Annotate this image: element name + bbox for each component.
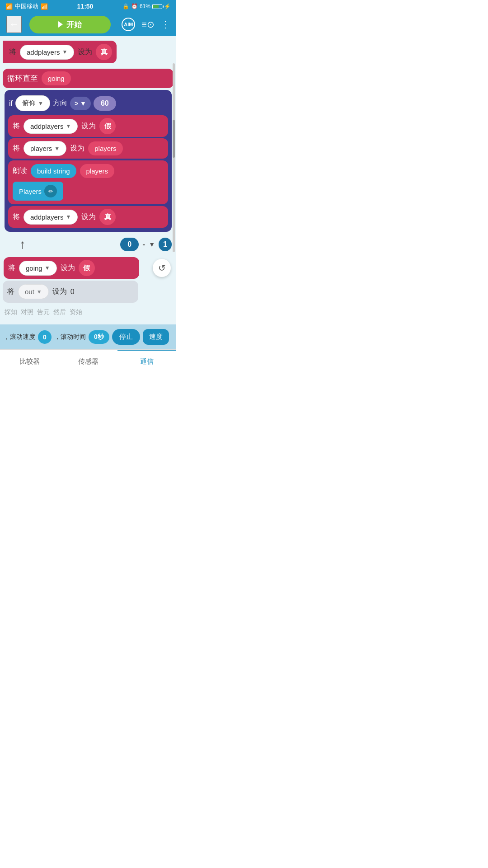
assign6-op: 设为 [52,287,67,296]
assign1-var[interactable]: addplayers ▼ [20,45,74,60]
wifi-icon: 📶 [41,3,48,10]
read-arg1: players [80,164,114,178]
edit-icon[interactable]: ✏ [44,185,57,197]
status-time: 11:50 [77,3,94,10]
faded-row: 探知 对照 告元 然后 资始 [0,305,176,320]
signal-icon: 📶 [5,3,13,10]
stop-button[interactable]: 停止 [112,329,140,345]
toolbar-right: AIM ≡⊙ ⋮ [122,18,170,31]
assign1-dropdown[interactable]: ▼ [62,49,67,55]
alarm-icon: ⏰ [131,3,138,9]
assign5-prefix: 将 [8,263,15,273]
counter-area: 0 - ▼ 1 [120,238,172,251]
arrow-counter-row: ↑ 0 - ▼ 1 [0,234,176,255]
undo-button[interactable]: ↺ [153,259,171,277]
loop-block: 循环直至 going [3,69,174,88]
charging-icon: ⚡ [164,3,171,9]
arrow-up-icon: ↑ [19,237,26,252]
tab-sensor[interactable]: 传感器 [59,350,117,373]
counter-dropdown[interactable]: ▼ [149,241,155,248]
nav-tabs: 比较器 传感器 通信 [0,349,176,373]
start-button[interactable]: 开始 [29,16,111,33]
assign6-value: 0 [70,288,75,296]
aim-button[interactable]: AIM [122,18,135,31]
assign6-prefix: 将 [7,287,14,296]
assign3-value: players [88,141,122,155]
if-block-container: if 俯仰 ▼ 方向 > ▼ 60 将 addplayers ▼ 设为 假 将 [5,90,172,232]
assign2-block: 将 addplayers ▼ 设为 假 [8,115,168,137]
counter-dash: - [142,240,145,249]
arrow-container: ↑ [5,237,41,252]
scrollbar-thumb [173,120,175,158]
if-cond-var[interactable]: 俯仰 ▼ [15,95,50,111]
carrier-name: 中国移动 [15,2,38,10]
read-block: 朗读 build string players Players ✏ [8,160,168,204]
if-cond-label: 方向 [53,99,67,108]
assign1-value: 真 [96,44,112,60]
assign4-prefix: 将 [13,212,20,222]
menu-button[interactable]: ⋮ [161,19,170,30]
layers-icon[interactable]: ≡⊙ [141,19,155,30]
time-value[interactable]: 0秒 [89,330,109,344]
assign4-value: 真 [99,209,116,225]
status-bar: 📶 中国移动 📶 11:50 🔒 ⏰ 61% ⚡ [0,0,176,13]
speed-button[interactable]: 速度 [143,329,169,345]
if-keyword: if [9,99,13,108]
assign5-value: 假 [79,260,95,276]
if-value: 60 [94,96,116,111]
top-assign-block: 将 addplayers ▼ 设为 真 [3,41,117,63]
battery-icon [152,4,162,9]
assign2-op: 设为 [81,122,96,131]
top-assign-row: 将 addplayers ▼ 设为 真 [0,36,176,66]
counter-value2[interactable]: 1 [159,238,172,251]
back-button[interactable]: ← [6,16,22,33]
assign5-op: 设为 [61,263,75,273]
players-square: Players ✏ [13,182,63,201]
assign4-op: 设为 [81,212,96,222]
assign3-op: 设为 [70,144,84,153]
assign3-block: 将 players ▼ 设为 players [8,138,168,159]
play-icon [58,21,63,28]
assign2-prefix: 将 [13,122,20,131]
vertical-scrollbar[interactable] [173,63,175,252]
assign4-block: 将 addplayers ▼ 设为 真 [8,206,168,228]
canvas-area: 将 addplayers ▼ 设为 真 循环直至 going if 俯仰 ▼ 方… [0,36,176,324]
assign5-block: 将 going ▼ 设为 假 ↺ [4,257,139,279]
loop-keyword: 循环直至 [7,73,38,84]
speed-label: ，滚动速度 [4,333,35,341]
scroll-controls: ，滚动速度 0 ，滚动时间 0秒 停止 速度 [0,324,176,349]
assign5-var[interactable]: going ▼ [19,261,57,276]
if-header: if 俯仰 ▼ 方向 > ▼ 60 [5,93,172,114]
counter-value1[interactable]: 0 [120,238,139,251]
tab-communication[interactable]: 通信 [117,350,176,373]
assign2-value: 假 [99,118,116,134]
assign2-var[interactable]: addplayers ▼ [23,119,78,134]
time-label: ，滚动时间 [54,333,86,341]
start-label: 开始 [66,19,82,30]
assign4-var[interactable]: addplayers ▼ [23,210,78,225]
speed-value[interactable]: 0 [38,330,52,344]
if-operator[interactable]: > ▼ [70,97,91,110]
battery-percent: 61% [140,3,150,9]
read-keyword: 朗读 [13,166,27,176]
assign6-block: 将 out ▼ 设为 0 [3,281,138,303]
lock-icon: 🔒 [122,3,129,9]
toolbar: ← 开始 AIM ≡⊙ ⋮ [0,13,176,36]
assign1-op: 设为 [78,47,92,57]
loop-condition[interactable]: going [42,71,71,85]
assign3-var[interactable]: players ▼ [23,141,66,156]
assign1-prefix: 将 [9,47,16,57]
status-right: 🔒 ⏰ 61% ⚡ [122,3,171,9]
status-left: 📶 中国移动 📶 [5,2,48,10]
assign3-prefix: 将 [13,144,20,153]
tab-comparator[interactable]: 比较器 [0,350,59,373]
assign6-var[interactable]: out ▼ [18,284,49,299]
build-string-button[interactable]: build string [31,164,76,178]
